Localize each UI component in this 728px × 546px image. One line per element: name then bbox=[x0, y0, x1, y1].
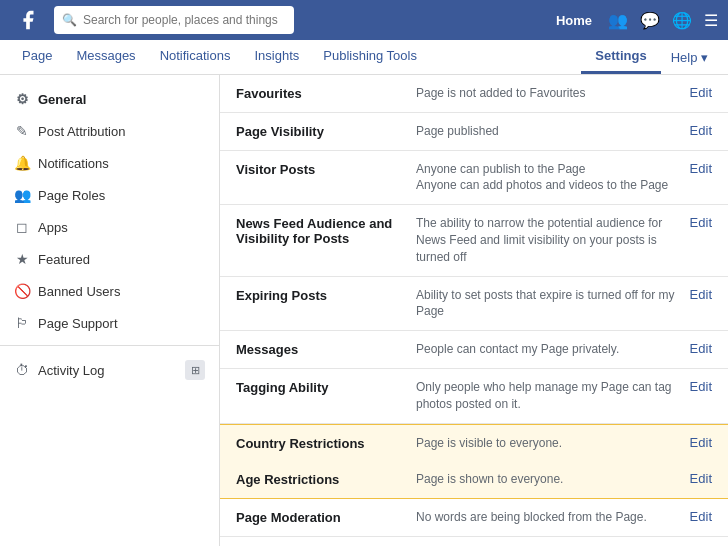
nav-insights[interactable]: Insights bbox=[242, 40, 311, 74]
setting-label: Expiring Posts bbox=[236, 287, 416, 303]
table-row: Country Restrictions Page is visible to … bbox=[220, 424, 728, 462]
chat-icon[interactable]: 💬 bbox=[640, 11, 660, 30]
setting-value: People can contact my Page privately. bbox=[416, 341, 682, 358]
sidebar-label-notifications: Notifications bbox=[38, 156, 109, 171]
setting-value: Only people who help manage my Page can … bbox=[416, 379, 682, 413]
table-row: Age Restrictions Page is shown to everyo… bbox=[220, 461, 728, 499]
table-row: Page Moderation No words are being block… bbox=[220, 499, 728, 537]
facebook-logo bbox=[10, 2, 46, 38]
sidebar-label-page-support: Page Support bbox=[38, 316, 118, 331]
setting-label: Tagging Ability bbox=[236, 379, 416, 395]
sidebar-label-banned-users: Banned Users bbox=[38, 284, 120, 299]
edit-link[interactable]: Edit bbox=[682, 379, 712, 394]
edit-link[interactable]: Edit bbox=[682, 471, 712, 486]
sidebar-item-notifications[interactable]: 🔔 Notifications bbox=[0, 147, 219, 179]
setting-label: News Feed Audience and Visibility for Po… bbox=[236, 215, 416, 246]
edit-link[interactable]: Edit bbox=[682, 161, 712, 176]
table-row: Expiring Posts Ability to set posts that… bbox=[220, 277, 728, 332]
nav-help[interactable]: Help ▾ bbox=[661, 40, 718, 74]
table-row: Profanity Filter Turned off Edit bbox=[220, 537, 728, 546]
setting-label: Visitor Posts bbox=[236, 161, 416, 177]
setting-label: Page Moderation bbox=[236, 509, 416, 525]
clock-icon: ⏱ bbox=[14, 362, 30, 378]
bell-icon: 🔔 bbox=[14, 155, 30, 171]
sidebar-label-general: General bbox=[38, 92, 86, 107]
setting-value: No words are being blocked from the Page… bbox=[416, 509, 682, 526]
sidebar-item-banned-users[interactable]: 🚫 Banned Users bbox=[0, 275, 219, 307]
sidebar-item-featured[interactable]: ★ Featured bbox=[0, 243, 219, 275]
edit-link[interactable]: Edit bbox=[682, 123, 712, 138]
edit-link[interactable]: Edit bbox=[682, 215, 712, 230]
setting-label: Messages bbox=[236, 341, 416, 357]
table-row: Messages People can contact my Page priv… bbox=[220, 331, 728, 369]
edit-link[interactable]: Edit bbox=[682, 85, 712, 100]
search-input[interactable] bbox=[83, 13, 286, 27]
setting-value: Ability to set posts that expire is turn… bbox=[416, 287, 682, 321]
expand-icon[interactable]: ⊞ bbox=[185, 360, 205, 380]
flag-icon: 🏳 bbox=[14, 315, 30, 331]
sidebar-label-activity-log: Activity Log bbox=[38, 363, 104, 378]
setting-value: Page published bbox=[416, 123, 682, 140]
search-icon: 🔍 bbox=[62, 13, 77, 27]
table-row: Visitor Posts Anyone can publish to the … bbox=[220, 151, 728, 206]
sidebar-label-featured: Featured bbox=[38, 252, 90, 267]
setting-label: Favourites bbox=[236, 85, 416, 101]
setting-value: Page is not added to Favourites bbox=[416, 85, 682, 102]
content-area: Favourites Page is not added to Favourit… bbox=[220, 75, 728, 546]
settings-table: Favourites Page is not added to Favourit… bbox=[220, 75, 728, 546]
home-nav[interactable]: Home bbox=[556, 13, 592, 28]
edit-icon: ✎ bbox=[14, 123, 30, 139]
page-nav-right: Settings Help ▾ bbox=[581, 40, 718, 74]
people-icon[interactable]: 👥 bbox=[608, 11, 628, 30]
sidebar-item-post-attribution[interactable]: ✎ Post Attribution bbox=[0, 115, 219, 147]
sidebar-item-page-support[interactable]: 🏳 Page Support bbox=[0, 307, 219, 339]
apps-icon: ◻ bbox=[14, 219, 30, 235]
globe-icon[interactable]: 🌐 bbox=[672, 11, 692, 30]
edit-link[interactable]: Edit bbox=[682, 287, 712, 302]
search-bar[interactable]: 🔍 bbox=[54, 6, 294, 34]
table-row: Tagging Ability Only people who help man… bbox=[220, 369, 728, 424]
sidebar-item-page-roles[interactable]: 👥 Page Roles bbox=[0, 179, 219, 211]
ban-icon: 🚫 bbox=[14, 283, 30, 299]
star-icon: ★ bbox=[14, 251, 30, 267]
table-row: Page Visibility Page published Edit bbox=[220, 113, 728, 151]
setting-label: Age Restrictions bbox=[236, 471, 416, 487]
top-nav-right: Home 👥 💬 🌐 ☰ bbox=[556, 11, 718, 30]
gear-icon: ⚙ bbox=[14, 91, 30, 107]
table-row: Favourites Page is not added to Favourit… bbox=[220, 75, 728, 113]
page-nav: Page Messages Notifications Insights Pub… bbox=[0, 40, 728, 75]
sidebar-item-activity-log[interactable]: ⏱ Activity Log ⊞ bbox=[0, 352, 219, 388]
sidebar-item-general[interactable]: ⚙ General bbox=[0, 83, 219, 115]
edit-link[interactable]: Edit bbox=[682, 509, 712, 524]
sidebar-divider bbox=[0, 345, 219, 346]
nav-settings[interactable]: Settings bbox=[581, 40, 660, 74]
setting-value: Page is shown to everyone. bbox=[416, 471, 682, 488]
table-row: News Feed Audience and Visibility for Po… bbox=[220, 205, 728, 276]
sidebar-label-post-attribution: Post Attribution bbox=[38, 124, 125, 139]
edit-link[interactable]: Edit bbox=[682, 341, 712, 356]
edit-link[interactable]: Edit bbox=[682, 435, 712, 450]
sidebar-item-apps[interactable]: ◻ Apps bbox=[0, 211, 219, 243]
setting-value: The ability to narrow the potential audi… bbox=[416, 215, 682, 265]
nav-page[interactable]: Page bbox=[10, 40, 64, 74]
sidebar-label-apps: Apps bbox=[38, 220, 68, 235]
nav-publishing-tools[interactable]: Publishing Tools bbox=[311, 40, 429, 74]
main-layout: ⚙ General ✎ Post Attribution 🔔 Notificat… bbox=[0, 75, 728, 546]
users-icon: 👥 bbox=[14, 187, 30, 203]
menu-icon[interactable]: ☰ bbox=[704, 11, 718, 30]
nav-notifications[interactable]: Notifications bbox=[148, 40, 243, 74]
sidebar: ⚙ General ✎ Post Attribution 🔔 Notificat… bbox=[0, 75, 220, 546]
top-nav-icons: 👥 💬 🌐 ☰ bbox=[608, 11, 718, 30]
setting-label: Country Restrictions bbox=[236, 435, 416, 451]
sidebar-label-page-roles: Page Roles bbox=[38, 188, 105, 203]
setting-label: Page Visibility bbox=[236, 123, 416, 139]
top-bar: 🔍 Home 👥 💬 🌐 ☰ bbox=[0, 0, 728, 40]
setting-value: Page is visible to everyone. bbox=[416, 435, 682, 452]
setting-value: Anyone can publish to the PageAnyone can… bbox=[416, 161, 682, 195]
nav-messages[interactable]: Messages bbox=[64, 40, 147, 74]
